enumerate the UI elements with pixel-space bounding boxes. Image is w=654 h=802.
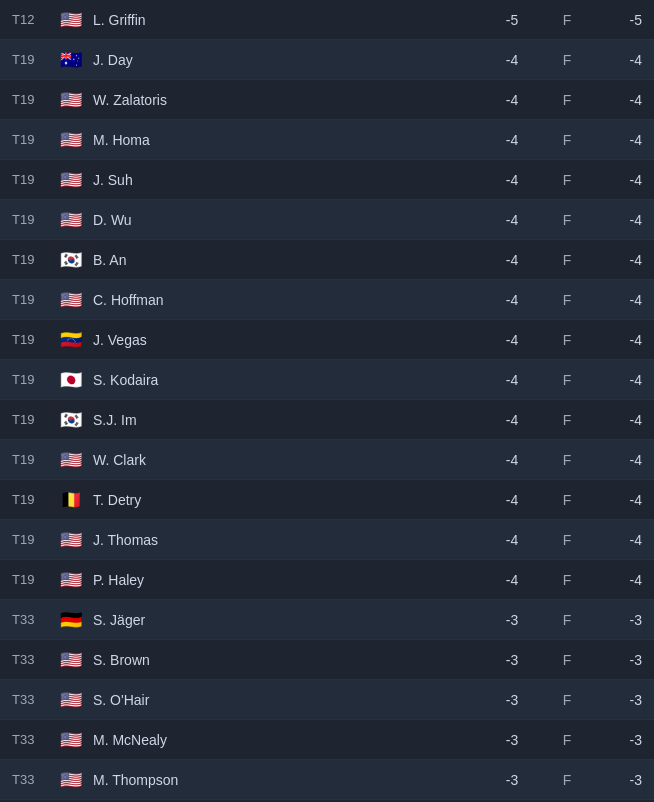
- table-row[interactable]: T19 🇯🇵 S. Kodaira -4 F -4: [0, 360, 654, 400]
- total-score: -4: [592, 132, 642, 148]
- table-row[interactable]: T33 🇺🇸 M. McNealy -3 F -3: [0, 720, 654, 760]
- position: T19: [12, 412, 57, 427]
- player-name: T. Detry: [93, 492, 482, 508]
- total-score: -4: [592, 412, 642, 428]
- player-name: S. Brown: [93, 652, 482, 668]
- player-name: L. Griffin: [93, 12, 482, 28]
- table-row[interactable]: T19 🇰🇷 B. An -4 F -4: [0, 240, 654, 280]
- position: T19: [12, 252, 57, 267]
- thru: F: [542, 532, 592, 548]
- flag-icon: 🇩🇪: [57, 610, 85, 630]
- player-name: J. Day: [93, 52, 482, 68]
- round-score: -4: [482, 572, 542, 588]
- thru: F: [542, 732, 592, 748]
- table-row[interactable]: T12 🇺🇸 L. Griffin -5 F -5: [0, 0, 654, 40]
- flag-icon: 🇺🇸: [57, 210, 85, 230]
- player-name: B. An: [93, 252, 482, 268]
- table-row[interactable]: T33 🇺🇸 S. O'Hair -3 F -3: [0, 680, 654, 720]
- table-row[interactable]: T19 🇻🇪 J. Vegas -4 F -4: [0, 320, 654, 360]
- table-row[interactable]: T19 🇺🇸 J. Suh -4 F -4: [0, 160, 654, 200]
- table-row[interactable]: T19 🇺🇸 W. Zalatoris -4 F -4: [0, 80, 654, 120]
- table-row[interactable]: T19 🇺🇸 J. Thomas -4 F -4: [0, 520, 654, 560]
- position: T19: [12, 372, 57, 387]
- table-row[interactable]: T33 🇩🇪 S. Jäger -3 F -3: [0, 600, 654, 640]
- thru: F: [542, 212, 592, 228]
- round-score: -4: [482, 92, 542, 108]
- player-name: D. Wu: [93, 212, 482, 228]
- thru: F: [542, 172, 592, 188]
- thru: F: [542, 772, 592, 788]
- total-score: -4: [592, 332, 642, 348]
- position: T19: [12, 332, 57, 347]
- round-score: -3: [482, 692, 542, 708]
- table-row[interactable]: T19 🇺🇸 W. Clark -4 F -4: [0, 440, 654, 480]
- flag-icon: 🇺🇸: [57, 770, 85, 790]
- round-score: -3: [482, 732, 542, 748]
- total-score: -4: [592, 532, 642, 548]
- table-row[interactable]: T19 🇺🇸 D. Wu -4 F -4: [0, 200, 654, 240]
- flag-icon: 🇺🇸: [57, 170, 85, 190]
- table-row[interactable]: T19 🇧🇪 T. Detry -4 F -4: [0, 480, 654, 520]
- player-name: M. Thompson: [93, 772, 482, 788]
- table-row[interactable]: T33 🇺🇸 M. Thompson -3 F -3: [0, 760, 654, 800]
- flag-icon: 🇺🇸: [57, 650, 85, 670]
- round-score: -4: [482, 412, 542, 428]
- flag-icon: 🇺🇸: [57, 450, 85, 470]
- player-name: C. Hoffman: [93, 292, 482, 308]
- total-score: -4: [592, 492, 642, 508]
- thru: F: [542, 652, 592, 668]
- flag-icon: 🇰🇷: [57, 250, 85, 270]
- player-name: S. Kodaira: [93, 372, 482, 388]
- position: T19: [12, 52, 57, 67]
- round-score: -4: [482, 292, 542, 308]
- table-row[interactable]: T19 🇺🇸 M. Homa -4 F -4: [0, 120, 654, 160]
- position: T19: [12, 132, 57, 147]
- player-name: S. O'Hair: [93, 692, 482, 708]
- player-name: S. Jäger: [93, 612, 482, 628]
- flag-icon: 🇺🇸: [57, 290, 85, 310]
- thru: F: [542, 252, 592, 268]
- thru: F: [542, 612, 592, 628]
- thru: F: [542, 452, 592, 468]
- round-score: -5: [482, 12, 542, 28]
- position: T19: [12, 172, 57, 187]
- total-score: -3: [592, 612, 642, 628]
- flag-icon: 🇺🇸: [57, 570, 85, 590]
- flag-icon: 🇦🇺: [57, 50, 85, 70]
- position: T33: [12, 732, 57, 747]
- round-score: -4: [482, 372, 542, 388]
- round-score: -3: [482, 772, 542, 788]
- thru: F: [542, 132, 592, 148]
- table-row[interactable]: T19 🇺🇸 P. Haley -4 F -4: [0, 560, 654, 600]
- position: T33: [12, 652, 57, 667]
- flag-icon: 🇻🇪: [57, 330, 85, 350]
- total-score: -4: [592, 292, 642, 308]
- thru: F: [542, 332, 592, 348]
- round-score: -4: [482, 132, 542, 148]
- total-score: -4: [592, 372, 642, 388]
- total-score: -4: [592, 172, 642, 188]
- table-row[interactable]: T19 🇰🇷 S.J. Im -4 F -4: [0, 400, 654, 440]
- thru: F: [542, 412, 592, 428]
- flag-icon: 🇧🇪: [57, 490, 85, 510]
- thru: F: [542, 692, 592, 708]
- player-name: J. Vegas: [93, 332, 482, 348]
- table-row[interactable]: T33 🇺🇸 S. Brown -3 F -3: [0, 640, 654, 680]
- thru: F: [542, 52, 592, 68]
- round-score: -4: [482, 212, 542, 228]
- position: T33: [12, 612, 57, 627]
- round-score: -3: [482, 652, 542, 668]
- flag-icon: 🇯🇵: [57, 370, 85, 390]
- flag-icon: 🇺🇸: [57, 10, 85, 30]
- table-row[interactable]: T19 🇦🇺 J. Day -4 F -4: [0, 40, 654, 80]
- player-name: W. Clark: [93, 452, 482, 468]
- position: T33: [12, 692, 57, 707]
- flag-icon: 🇺🇸: [57, 130, 85, 150]
- total-score: -3: [592, 692, 642, 708]
- table-row[interactable]: T19 🇺🇸 C. Hoffman -4 F -4: [0, 280, 654, 320]
- position: T33: [12, 772, 57, 787]
- round-score: -3: [482, 612, 542, 628]
- total-score: -4: [592, 52, 642, 68]
- total-score: -4: [592, 452, 642, 468]
- player-name: J. Suh: [93, 172, 482, 188]
